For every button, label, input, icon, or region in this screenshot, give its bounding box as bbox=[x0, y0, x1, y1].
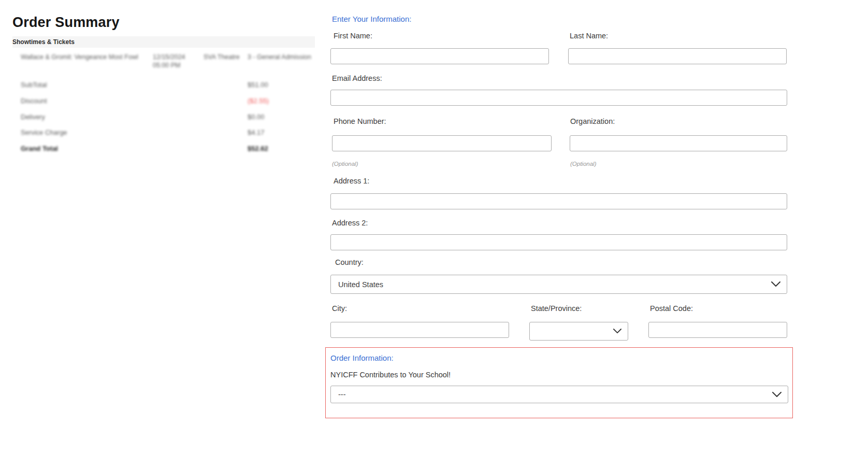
postal-code-label: Postal Code: bbox=[650, 304, 693, 313]
subtotal-value: $51.00 bbox=[248, 81, 268, 89]
email-input[interactable] bbox=[330, 90, 787, 106]
grand-total-value: $52.62 bbox=[248, 145, 268, 152]
chevron-down-icon bbox=[771, 281, 780, 287]
phone-label: Phone Number: bbox=[334, 117, 386, 125]
city-label: City: bbox=[332, 304, 347, 313]
country-select[interactable]: United States bbox=[330, 275, 787, 294]
discount-label: Discount bbox=[21, 97, 47, 105]
country-label: Country: bbox=[335, 258, 364, 266]
delivery-value: $0.00 bbox=[248, 113, 265, 121]
address2-input[interactable] bbox=[330, 234, 787, 250]
ticket-item-name: Wallace & Gromit: Vengeance Most Fowl bbox=[21, 53, 145, 61]
organization-input[interactable] bbox=[570, 135, 787, 151]
address2-label: Address 2: bbox=[332, 219, 368, 227]
ticket-item-venue: SVA Theatre bbox=[204, 53, 240, 61]
customer-information-form: Enter Your Information: First Name: Last… bbox=[325, 10, 797, 425]
first-name-input[interactable] bbox=[330, 48, 549, 64]
service-charge-value: $4.17 bbox=[248, 129, 265, 136]
showtimes-tickets-label: Showtimes & Tickets bbox=[12, 38, 75, 46]
postal-code-input[interactable] bbox=[648, 322, 787, 338]
country-selected-value: United States bbox=[338, 280, 383, 289]
phone-optional-note: (Optional) bbox=[332, 161, 358, 167]
phone-input[interactable] bbox=[332, 135, 552, 151]
ticket-item-datetime: 12/15/2024 05:00 PM bbox=[153, 53, 199, 69]
order-summary-panel: Order Summary Showtimes & Tickets Wallac… bbox=[12, 15, 318, 160]
address1-input[interactable] bbox=[330, 193, 787, 209]
last-name-input[interactable] bbox=[568, 48, 787, 64]
page-title: Order Summary bbox=[12, 15, 318, 31]
order-information-box: Order Information: NYICFF Contributes to… bbox=[325, 347, 793, 418]
chevron-down-icon bbox=[772, 392, 782, 398]
order-summary-details: Wallace & Gromit: Vengeance Most Fowl 12… bbox=[12, 49, 315, 163]
chevron-down-icon bbox=[613, 329, 621, 334]
ticket-item-admission: 3 - General Admission bbox=[248, 53, 315, 61]
state-select[interactable] bbox=[529, 322, 628, 341]
city-input[interactable] bbox=[330, 322, 509, 338]
delivery-label: Delivery bbox=[21, 113, 45, 121]
service-charge-label: Service Charge bbox=[21, 129, 67, 136]
last-name-label: Last Name: bbox=[570, 32, 608, 40]
discount-value: ($2.55) bbox=[248, 97, 269, 105]
showtimes-tickets-header: Showtimes & Tickets bbox=[12, 36, 315, 48]
first-name-label: First Name: bbox=[334, 32, 372, 40]
address1-label: Address 1: bbox=[334, 177, 369, 185]
school-contribution-selected-value: --- bbox=[338, 390, 346, 399]
email-label: Email Address: bbox=[332, 74, 382, 82]
organization-label: Organization: bbox=[570, 117, 615, 125]
order-information-heading: Order Information: bbox=[330, 353, 394, 362]
grand-total-label: Grand Total bbox=[21, 145, 58, 152]
subtotal-label: SubTotal bbox=[21, 81, 47, 89]
school-contribution-label: NYICFF Contributes to Your School! bbox=[330, 371, 451, 379]
organization-optional-note: (Optional) bbox=[570, 161, 597, 167]
enter-information-heading: Enter Your Information: bbox=[332, 15, 411, 23]
state-label: State/Province: bbox=[531, 304, 582, 313]
school-contribution-select[interactable]: --- bbox=[330, 386, 788, 403]
